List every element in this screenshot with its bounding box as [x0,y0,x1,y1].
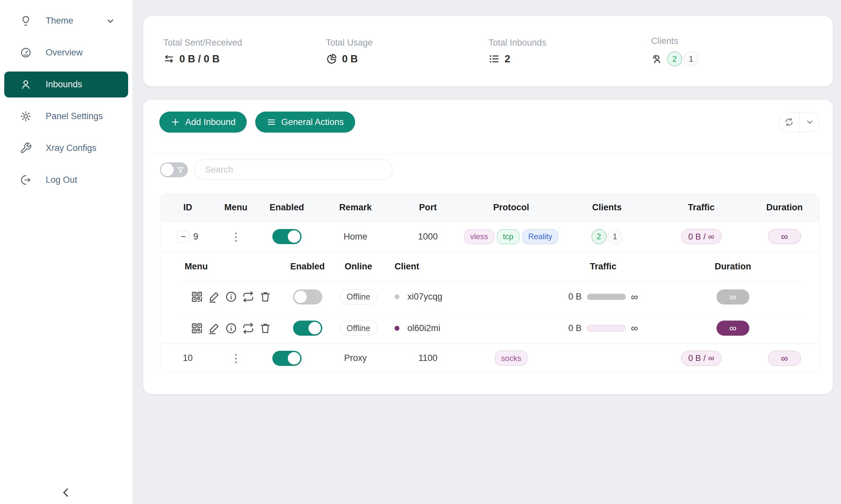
traffic-pill: 0 B / ∞ [681,229,721,244]
col-header-enabled: Enabled [257,194,317,221]
clients-deactivated-badge: 1 [608,229,622,244]
reset-traffic-icon[interactable] [242,322,255,335]
collapse-row-button[interactable]: − [177,231,189,243]
list-icon [488,53,500,65]
qr-code-icon[interactable] [191,290,203,303]
filter-toggle[interactable] [160,162,188,177]
add-inbound-button[interactable]: Add Inbound [159,111,247,132]
delete-icon[interactable] [259,290,272,303]
users-icon [651,53,663,65]
gauge-icon [20,47,32,59]
info-icon[interactable] [225,322,238,335]
sidebar-collapse-button[interactable] [59,486,73,499]
online-status-badge: Offline [340,289,377,305]
inbound-port: 1000 [394,221,462,252]
row-menu-button[interactable]: ⋮ [230,231,241,242]
client-color-dot [395,294,399,299]
traffic-progress-bar [587,294,626,300]
client-enabled-toggle[interactable] [293,321,322,336]
client-enabled-toggle[interactable] [293,289,322,305]
inbound-port: 1100 [394,344,462,373]
inbound-remark: Home [317,221,394,252]
plus-icon [171,117,181,127]
lightbulb-icon [20,15,32,27]
qr-code-icon[interactable] [191,322,203,335]
online-status-badge: Offline [340,321,377,336]
stat-value: 0 B / 0 B [179,53,220,65]
subcol-header-traffic: Traffic [529,252,677,281]
subcol-header-menu: Menu [179,252,279,281]
client-duration-pill: ∞ [717,321,749,336]
client-row-xi07ycqg: Offline xi07ycqg 0 B ∞ ∞ [179,281,803,312]
col-header-remark: Remark [317,194,394,221]
client-name: xi07ycqg [407,292,443,302]
sidebar-item-label: Log Out [46,175,77,185]
clients-count-badge: 2 [591,229,606,244]
security-tag: Reality [522,229,558,244]
client-name: ol60i2mi [407,323,441,334]
col-header-duration: Duration [749,194,820,221]
stat-total-sent-received: Total Sent/Received 0 B / 0 B [143,38,306,65]
stat-label: Total Sent/Received [163,38,306,48]
traffic-progress-bar [587,325,626,331]
refresh-button-group [778,112,820,132]
protocol-tag: vless [464,229,494,244]
edit-icon[interactable] [208,322,220,335]
col-header-port: Port [394,194,462,221]
enabled-toggle[interactable] [272,351,302,366]
divider [143,155,833,155]
stat-label: Total Usage [326,38,468,48]
sidebar-item-log-out[interactable]: Log Out [4,167,128,193]
stat-value: 2 [504,53,510,65]
inbound-id: 9 [193,232,198,242]
duration-pill: ∞ [768,229,801,244]
sidebar-item-label: Inbounds [46,79,82,90]
person-icon [20,78,32,91]
reset-traffic-icon[interactable] [242,290,255,303]
general-actions-button[interactable]: General Actions [255,111,355,132]
refresh-options-button[interactable] [799,112,820,131]
row-menu-button[interactable]: ⋮ [230,353,241,363]
info-icon[interactable] [225,290,238,303]
col-header-traffic: Traffic [653,194,749,221]
toolbar: Add Inbound General Actions [143,111,833,143]
inbound-id: 10 [160,344,215,373]
inbound-remark: Proxy [317,344,394,373]
stat-clients: Clients 2 1 [631,36,794,66]
sidebar-item-overview[interactable]: Overview [4,40,128,66]
edit-icon[interactable] [208,290,220,303]
col-header-id: ID [160,194,215,221]
sidebar-item-label: Theme [46,16,73,26]
sidebar-item-panel-settings[interactable]: Panel Settings [4,103,128,129]
delete-icon[interactable] [259,322,272,335]
clients-count-badge: 2 [667,52,682,66]
inbounds-panel: Add Inbound General Actions [143,100,833,394]
traffic-limit: ∞ [631,291,638,303]
sidebar-item-inbounds[interactable]: Inbounds [4,72,128,97]
protocol-tag: socks [495,351,527,365]
logout-icon [20,174,32,186]
sidebar-item-xray-configs[interactable]: Xray Configs [4,135,128,161]
menu-lines-icon [267,117,276,127]
enabled-toggle[interactable] [272,229,302,244]
client-traffic-value: 0 B [568,292,582,302]
col-header-protocol: Protocol [462,194,561,221]
refresh-button[interactable] [779,112,799,131]
inbound-row-9: − 9 ⋮ Home 1000 vless tcp Reality 2 1 0 … [160,221,819,252]
sidebar-item-label: Xray Configs [46,143,97,153]
client-row-ol60i2mi: Offline ol60i2mi 0 B ∞ ∞ [179,312,803,344]
stat-total-usage: Total Usage 0 B [306,38,468,65]
network-tag: tcp [497,229,519,244]
search-input[interactable] [194,160,393,180]
stat-label: Clients [651,36,794,46]
sidebar-item-theme[interactable]: Theme [4,8,128,34]
stats-card: Total Sent/Received 0 B / 0 B Total Usag… [143,16,833,86]
subcol-header-online: Online [336,252,381,281]
chevron-down-icon [106,16,115,25]
sidebar: Theme Overview Inbounds Panel Settings [0,0,132,504]
client-duration-pill: ∞ [717,289,749,305]
col-header-menu: Menu [215,194,257,221]
sidebar-item-label: Overview [46,48,83,58]
traffic-limit: ∞ [631,323,638,334]
stat-value: 0 B [342,53,358,65]
